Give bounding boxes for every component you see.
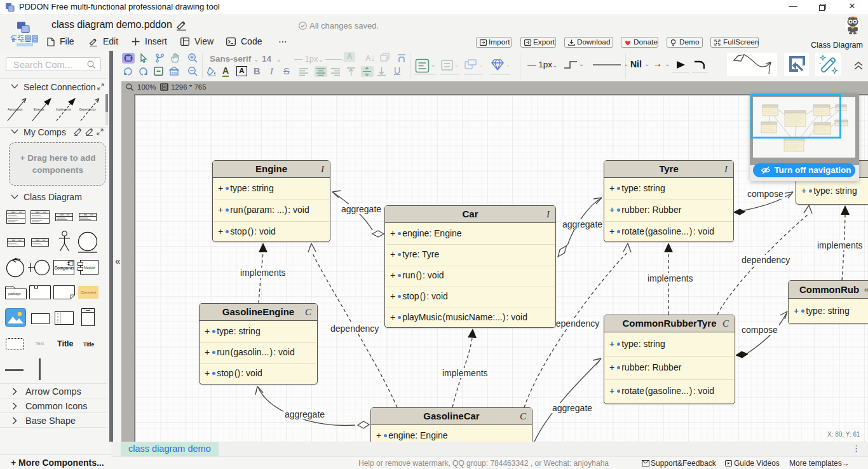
svg-text:Component: Component (55, 266, 75, 271)
svg-text:package: package (8, 292, 21, 296)
svg-text:Implements: Implements (56, 108, 71, 111)
svg-text:Association: Association (8, 108, 23, 111)
svg-text:Dependency: Dependency (79, 108, 96, 111)
svg-text:Extends: Extends (34, 108, 44, 111)
svg-text:Module: Module (84, 266, 95, 269)
